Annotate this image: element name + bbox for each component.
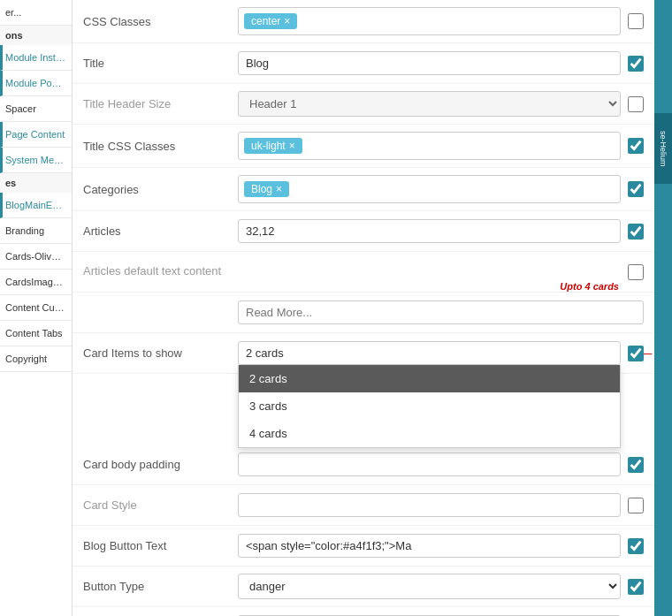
right-bar-block-1 bbox=[654, 4, 672, 57]
button-type-select[interactable]: danger default primary success warning bbox=[238, 574, 621, 599]
card-style-label: Card Style bbox=[83, 498, 238, 512]
categories-label: Categories bbox=[83, 183, 238, 196]
title-css-classes-control: uk-light × bbox=[238, 132, 621, 160]
card-style-input[interactable] bbox=[238, 493, 621, 517]
blog-tag: Blog × bbox=[244, 181, 289, 197]
title-checkbox[interactable] bbox=[628, 56, 644, 72]
center-tag: center × bbox=[244, 13, 297, 29]
uk-light-tag: uk-light × bbox=[244, 138, 302, 154]
css-classes-input[interactable]: center × bbox=[238, 7, 621, 35]
blog-tag-remove[interactable]: × bbox=[276, 183, 282, 195]
button-type-row: Button Type danger default primary succe… bbox=[73, 567, 654, 607]
title-css-classes-label: Title CSS Classes bbox=[83, 140, 238, 153]
css-classes-control: center × bbox=[238, 7, 621, 35]
blog-button-text-label: Blog Button Text bbox=[83, 539, 238, 552]
title-header-size-control: Header 1 bbox=[238, 91, 621, 117]
dropdown-option-3-cards[interactable]: 3 cards bbox=[239, 392, 620, 420]
articles-row: Articles bbox=[73, 211, 654, 252]
sidebar-item-copyright[interactable]: Copyright bbox=[0, 346, 72, 372]
card-style-control bbox=[238, 493, 621, 517]
categories-control: Blog × bbox=[238, 175, 621, 203]
right-bar: se-Helium bbox=[654, 0, 672, 616]
card-items-label: Card Items to show bbox=[83, 346, 238, 360]
title-css-classes-row: Title CSS Classes uk-light × bbox=[73, 125, 654, 168]
categories-input[interactable]: Blog × bbox=[238, 175, 621, 203]
card-body-padding-label: Card body padding bbox=[83, 458, 238, 471]
title-input[interactable] bbox=[238, 51, 621, 75]
sidebar-item-cards-images[interactable]: CardsImages-Olivares bbox=[0, 270, 72, 295]
card-items-control: 2 cards 3 cards 4 cards ← 2 cards 3 card… bbox=[238, 341, 621, 365]
sidebar-section-es: es bbox=[0, 173, 72, 193]
button-type-control: danger default primary success warning bbox=[238, 574, 621, 599]
upto-annotation: Upto 4 cards bbox=[560, 281, 619, 292]
title-control bbox=[238, 51, 621, 75]
blog-button-text-row: Blog Button Text bbox=[73, 526, 654, 567]
sidebar-item-blogmain[interactable]: BlogMainEntries-Olivares bbox=[0, 193, 72, 218]
articles-default-label: Articles default text content bbox=[83, 261, 238, 278]
right-bar-text: se-Helium bbox=[654, 113, 672, 184]
sidebar-item-cards[interactable]: Cards-Olivares bbox=[0, 244, 72, 270]
title-header-size-label: Title Header Size bbox=[83, 97, 238, 110]
card-style-row: Card Style bbox=[73, 485, 654, 526]
sidebar-item-spacer[interactable]: Spacer bbox=[0, 96, 72, 122]
read-more-control: Upto 4 cards bbox=[238, 300, 644, 324]
title-row: Title bbox=[73, 43, 654, 84]
blog-link-row: Blog Link bbox=[73, 607, 654, 616]
sidebar-section-ons: ons bbox=[0, 26, 72, 45]
main-form: CSS Classes center × Title Title Header … bbox=[73, 0, 654, 616]
sidebar-item-0[interactable]: er... bbox=[0, 0, 72, 26]
center-tag-remove[interactable]: × bbox=[284, 15, 290, 27]
sidebar-item-page-content[interactable]: Page Content bbox=[0, 122, 72, 148]
css-classes-row: CSS Classes center × bbox=[73, 0, 654, 43]
articles-label: Articles bbox=[83, 224, 238, 238]
css-classes-checkbox[interactable] bbox=[628, 13, 644, 29]
categories-checkbox[interactable] bbox=[628, 181, 644, 197]
card-items-row: Card Items to show 2 cards 3 cards 4 car… bbox=[73, 333, 654, 374]
blog-button-text-checkbox[interactable] bbox=[628, 538, 644, 554]
sidebar: er... ons Module Instan... Module Positi… bbox=[0, 0, 73, 616]
sidebar-item-content-tabs[interactable]: Content Tabs bbox=[0, 321, 72, 346]
sidebar-item-content-cubes[interactable]: Content Cubes bbox=[0, 295, 72, 321]
read-more-input[interactable] bbox=[238, 300, 644, 324]
card-items-checkbox[interactable] bbox=[628, 346, 644, 361]
categories-row: Categories Blog × bbox=[73, 168, 654, 211]
articles-checkbox[interactable] bbox=[628, 224, 644, 240]
blog-button-text-input[interactable] bbox=[238, 534, 621, 558]
sidebar-item-branding[interactable]: Branding bbox=[0, 218, 72, 244]
css-classes-label: CSS Classes bbox=[83, 15, 238, 28]
sidebar-item-system-message[interactable]: System Messa... bbox=[0, 148, 72, 173]
articles-input[interactable] bbox=[238, 219, 621, 243]
card-body-padding-checkbox[interactable] bbox=[628, 457, 644, 473]
blog-button-text-control bbox=[238, 534, 621, 558]
uk-light-tag-remove[interactable]: × bbox=[289, 140, 295, 152]
card-items-dropdown-menu: 2 cards 3 cards 4 cards bbox=[238, 365, 621, 448]
right-bar-block-2 bbox=[654, 58, 672, 111]
card-body-padding-row: Card body padding bbox=[73, 445, 654, 485]
title-css-classes-checkbox[interactable] bbox=[628, 138, 644, 154]
card-style-checkbox[interactable] bbox=[628, 498, 644, 513]
title-header-size-checkbox[interactable] bbox=[628, 96, 644, 112]
card-items-select[interactable]: 2 cards 3 cards 4 cards bbox=[238, 341, 621, 365]
title-header-size-row: Title Header Size Header 1 bbox=[73, 84, 654, 125]
card-body-padding-input[interactable] bbox=[238, 452, 621, 476]
title-css-classes-input[interactable]: uk-light × bbox=[238, 132, 621, 160]
button-type-checkbox[interactable] bbox=[628, 579, 644, 595]
button-type-label: Button Type bbox=[83, 580, 238, 593]
dropdown-option-4-cards[interactable]: 4 cards bbox=[239, 420, 620, 447]
card-body-padding-control bbox=[238, 452, 621, 476]
articles-default-checkbox[interactable] bbox=[628, 264, 644, 280]
title-label: Title bbox=[83, 57, 238, 70]
card-items-dropdown-container: 2 cards 3 cards 4 cards ← 2 cards 3 card… bbox=[238, 341, 621, 365]
sidebar-item-module-position[interactable]: Module Positio... bbox=[0, 71, 72, 96]
articles-control bbox=[238, 219, 621, 243]
read-more-row: Upto 4 cards bbox=[73, 293, 654, 333]
title-header-size-select[interactable]: Header 1 bbox=[238, 91, 621, 117]
sidebar-item-module-instance[interactable]: Module Instan... bbox=[0, 45, 72, 71]
dropdown-option-2-cards[interactable]: 2 cards bbox=[239, 365, 620, 392]
